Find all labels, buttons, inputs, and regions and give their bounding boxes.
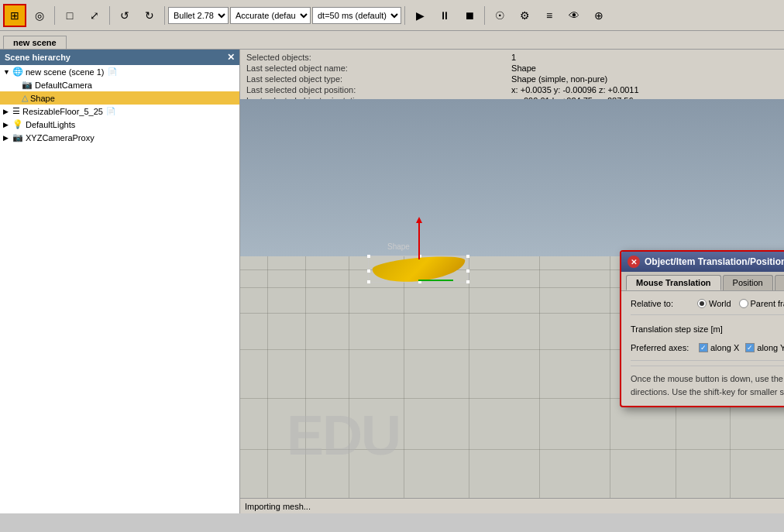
tree-item-proxy[interactable]: ▶ 📷 XYZCameraProxy [0, 131, 239, 144]
lights-icon: 💡 [12, 119, 23, 129]
separator-5 [484, 6, 485, 25]
dialog-divider-2 [631, 360, 784, 361]
selected-objects-label: Selected objects: [246, 52, 505, 63]
tree-item-camera[interactable]: 📷 DefaultCamera [0, 78, 239, 91]
radio-world[interactable]: World [697, 299, 731, 308]
dialog-body: Relative to: World Parent frame [621, 291, 784, 406]
last-name-value: Shape [511, 63, 778, 74]
relative-to-row: Relative to: World Parent frame [631, 299, 784, 308]
checkbox-x-item[interactable]: ✓ along X [699, 343, 739, 352]
corner-tl [367, 255, 370, 258]
tree-item-shape[interactable]: △ Shape [0, 91, 239, 105]
tree-label-floor: ResizableFloor_5_25 [22, 107, 103, 116]
checkbox-y[interactable]: ✓ [745, 343, 755, 352]
physics-select[interactable]: Bullet 2.78 [168, 7, 229, 24]
tool-btn-c[interactable]: ≡ [538, 4, 561, 27]
tab-new-scene[interactable]: new scene [3, 36, 67, 49]
floor-icon: ☰ [12, 106, 20, 116]
separator-3 [164, 6, 165, 25]
hierarchy-title: Scene hierarchy [5, 53, 70, 62]
tool-btn-4[interactable]: ⤢ [83, 4, 106, 27]
checkbox-y-label: along Y [757, 343, 784, 352]
tool-btn-2[interactable]: ◎ [28, 4, 51, 27]
radio-parent-btn[interactable] [739, 299, 748, 308]
expand-icon-floor: ▶ [3, 108, 11, 115]
tree-label-lights: DefaultLights [26, 120, 75, 129]
tree-label-proxy: XYZCameraProxy [26, 133, 95, 142]
pause-btn[interactable]: ⏸ [433, 4, 456, 27]
last-name-label: Last selected object name: [246, 63, 505, 74]
hierarchy-close-btn[interactable]: ✕ [227, 52, 235, 63]
tree-label-camera: DefaultCamera [35, 81, 92, 90]
separator-4 [404, 6, 405, 25]
scene-hierarchy-btn[interactable]: ⊞ [3, 4, 26, 27]
radio-world-label: World [709, 299, 731, 308]
tool-btn-3[interactable]: □ [58, 4, 81, 27]
viewport[interactable]: EDU [240, 99, 784, 513]
dialog-title-bar[interactable]: ✕ Object/Item Translation/Position [621, 252, 784, 272]
tree-item-scene[interactable]: ▼ 🌐 new scene (scene 1) 📄 [0, 65, 239, 78]
tab-position[interactable]: Position [723, 275, 773, 290]
relative-to-group: World Parent frame Own frame [697, 299, 784, 308]
play-btn[interactable]: ▶ [408, 4, 432, 27]
last-type-label: Last selected object type: [246, 74, 505, 84]
corner-tr [466, 255, 469, 258]
tool-btn-b[interactable]: ⚙ [513, 4, 536, 27]
scene-page-icon: 📄 [108, 67, 117, 76]
expand-icon-scene: ▼ [3, 68, 11, 76]
last-pos-label: Last selected object position: [246, 84, 505, 95]
scene-icon: 🌐 [12, 67, 23, 77]
radio-parent[interactable]: Parent frame [739, 299, 784, 308]
shape-object[interactable]: Shape [372, 258, 465, 281]
tab-mouse-translation[interactable]: Mouse Translation [626, 275, 721, 290]
tree-label-shape: Shape [30, 94, 55, 103]
dt-select[interactable]: dt=50 ms (default) [312, 7, 401, 24]
separator-1 [54, 6, 55, 25]
translation-dialog: ✕ Object/Item Translation/Position Mouse… [620, 250, 784, 407]
radio-world-btn[interactable] [697, 299, 707, 308]
tree-item-lights[interactable]: ▶ 💡 DefaultLights [0, 118, 239, 131]
dialog-close-btn[interactable]: ✕ [628, 256, 640, 268]
dialog-hint: Once the mouse button is down, use the c… [631, 366, 784, 398]
tab-translation[interactable]: Translation [775, 275, 784, 290]
checkbox-x-label: along X [710, 343, 739, 352]
radio-parent-label: Parent frame [751, 299, 784, 308]
tool-btn-d[interactable]: 👁 [562, 4, 586, 27]
sky [240, 99, 784, 265]
axis-y [418, 221, 420, 259]
last-pos-value: x: +0.0035 y: -0.00096 z: +0.0011 [511, 84, 778, 95]
axis-x [418, 280, 453, 281]
left-panel: Scene hierarchy ✕ ▼ 🌐 new scene (scene 1… [0, 50, 240, 513]
hierarchy-header: Scene hierarchy ✕ [0, 50, 239, 65]
grid-v-6 [539, 256, 540, 513]
separator-2 [109, 6, 110, 25]
right-area: Selected objects: 1 Last selected object… [240, 50, 784, 513]
tool-btn-e[interactable]: ⊕ [587, 4, 610, 27]
proxy-icon: 📷 [12, 132, 23, 142]
relative-to-label: Relative to: [631, 299, 693, 308]
shape-viewport-label: Shape [387, 242, 410, 251]
checkbox-x[interactable]: ✓ [699, 343, 708, 352]
undo-btn[interactable]: ↺ [113, 4, 136, 27]
dialog-tabs: Mouse Translation Position Translation P… [621, 272, 784, 291]
toolbar: ⊞ ◎ □ ⤢ ↺ ↻ Bullet 2.78 Accurate (defau … [0, 0, 784, 31]
redo-btn[interactable]: ↻ [138, 4, 161, 27]
tree-item-floor[interactable]: ▶ ☰ ResizableFloor_5_25 📄 [0, 105, 239, 118]
statusbar: Importing mesh... [240, 498, 784, 513]
selected-objects-value: 1 [511, 52, 778, 63]
corner-bl [367, 280, 370, 283]
hierarchy-tree: ▼ 🌐 new scene (scene 1) 📄 📷 DefaultCamer… [0, 65, 239, 513]
grid-v-4 [404, 256, 404, 513]
tab-bar: new scene [0, 31, 784, 50]
step-size-label: Translation step size [m] [631, 324, 784, 334]
accuracy-select[interactable]: Accurate (defau [230, 7, 311, 24]
axis-y-arrow [416, 217, 422, 223]
grid-v-3 [349, 256, 349, 513]
stop-btn[interactable]: ⏹ [458, 4, 481, 27]
edu-watermark: EDU [287, 403, 400, 467]
checkbox-y-item[interactable]: ✓ along Y [745, 343, 784, 352]
tool-btn-a[interactable]: ☉ [488, 4, 511, 27]
corner-rc [466, 269, 469, 273]
grid-v-2 [305, 256, 306, 513]
dialog-divider [631, 314, 784, 315]
